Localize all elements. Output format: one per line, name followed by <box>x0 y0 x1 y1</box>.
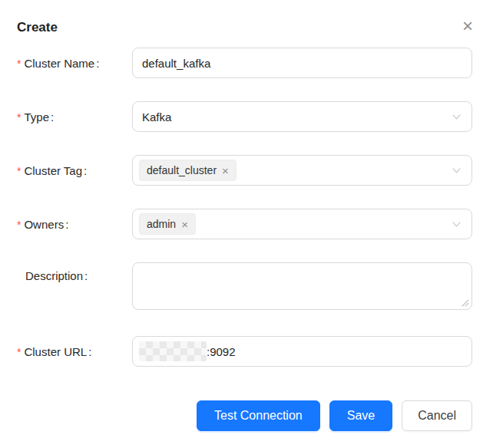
cluster-tag-select[interactable]: default_cluster × <box>132 155 472 186</box>
cluster-name-control <box>132 48 472 78</box>
form-row-type: *Type: Kafka <box>17 101 472 132</box>
close-icon: × <box>462 15 473 36</box>
description-label-text: Description <box>25 269 83 282</box>
cluster-url-port: :9092 <box>207 345 236 358</box>
type-label: *Type: <box>17 110 132 124</box>
form-row-description: Description: <box>17 262 472 310</box>
save-button[interactable]: Save <box>329 400 392 431</box>
cluster-url-label: *Cluster URL: <box>17 345 132 358</box>
label-colon: : <box>84 164 87 177</box>
test-connection-button[interactable]: Test Connection <box>197 400 320 431</box>
owners-label-text: Owners <box>24 218 64 231</box>
type-select-value: Kafka <box>142 110 171 124</box>
create-dialog: Create × *Cluster Name: *Type: Kafka <box>0 0 493 448</box>
label-colon: : <box>88 345 91 358</box>
label-colon: : <box>65 218 68 231</box>
create-form: *Cluster Name: *Type: Kafka *Clust <box>17 48 472 367</box>
tag-chip: default_cluster × <box>139 160 237 181</box>
required-asterisk: * <box>17 58 21 70</box>
form-row-cluster-tag: *Cluster Tag: default_cluster × <box>17 155 472 186</box>
description-label: Description: <box>17 262 132 282</box>
dialog-title: Create <box>17 20 472 35</box>
cluster-tag-control: default_cluster × <box>132 155 472 186</box>
dialog-header: Create × <box>17 20 472 35</box>
required-asterisk: * <box>17 111 21 124</box>
tag-remove-icon[interactable]: × <box>222 165 229 176</box>
owners-control: admin × <box>132 209 472 239</box>
required-asterisk: * <box>17 346 21 358</box>
redacted-host-value <box>139 341 207 361</box>
tag-chip-text: default_cluster <box>147 164 217 176</box>
owners-select[interactable]: admin × <box>132 209 472 239</box>
tag-remove-icon[interactable]: × <box>181 219 188 230</box>
description-textarea[interactable] <box>132 262 472 310</box>
required-asterisk: * <box>17 165 21 177</box>
type-select[interactable]: Kafka <box>132 101 472 132</box>
tag-chip-text: admin <box>147 218 176 230</box>
chevron-down-icon[interactable] <box>451 111 462 123</box>
type-control: Kafka <box>132 101 472 132</box>
label-colon: : <box>96 57 99 70</box>
label-colon: : <box>51 110 54 124</box>
form-row-cluster-name: *Cluster Name: <box>17 48 472 78</box>
cluster-tag-label: *Cluster Tag: <box>17 164 132 177</box>
cluster-name-label-text: Cluster Name <box>24 57 94 70</box>
form-row-owners: *Owners: admin × <box>17 209 472 239</box>
cluster-tag-label-text: Cluster Tag <box>24 164 82 177</box>
owners-label: *Owners: <box>17 218 132 231</box>
chevron-down-icon[interactable] <box>451 219 462 230</box>
chevron-down-icon[interactable] <box>451 165 462 176</box>
description-control <box>132 262 472 310</box>
form-row-cluster-url: *Cluster URL: :9092 <box>17 336 472 367</box>
cluster-name-label: *Cluster Name: <box>17 57 132 70</box>
resize-handle-icon[interactable] <box>462 299 469 307</box>
cluster-url-input[interactable]: :9092 <box>132 336 472 367</box>
cluster-url-control: :9092 <box>132 336 472 367</box>
label-colon: : <box>84 269 88 282</box>
type-label-text: Type <box>24 110 49 124</box>
dialog-footer: Test Connection Save Cancel <box>17 400 472 431</box>
cancel-button[interactable]: Cancel <box>402 400 472 431</box>
required-asterisk: * <box>17 219 21 231</box>
cluster-name-input[interactable] <box>132 48 472 78</box>
cluster-url-label-text: Cluster URL <box>24 345 87 358</box>
tag-chip: admin × <box>139 213 196 235</box>
close-button[interactable]: × <box>461 15 475 37</box>
